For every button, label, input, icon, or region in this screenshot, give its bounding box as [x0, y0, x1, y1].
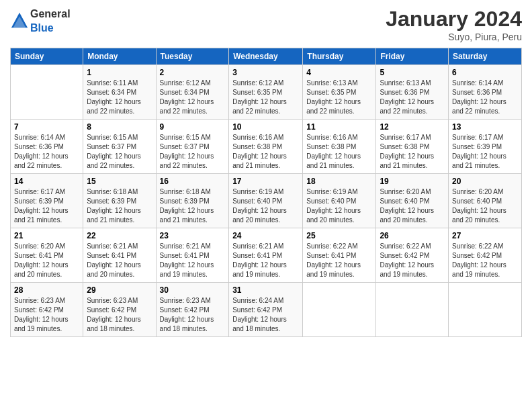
day-cell: 22Sunrise: 6:21 AM Sunset: 6:41 PM Dayli…	[83, 228, 156, 283]
day-cell: 18Sunrise: 6:19 AM Sunset: 6:40 PM Dayli…	[303, 174, 376, 228]
header: General Blue January 2024 Suyo, Piura, P…	[10, 7, 522, 42]
day-info: Sunrise: 6:15 AM Sunset: 6:37 PM Dayligh…	[87, 134, 141, 169]
day-cell: 24Sunrise: 6:21 AM Sunset: 6:41 PM Dayli…	[229, 228, 303, 283]
day-info: Sunrise: 6:18 AM Sunset: 6:39 PM Dayligh…	[87, 188, 141, 224]
day-info: Sunrise: 6:17 AM Sunset: 6:38 PM Dayligh…	[380, 134, 434, 169]
day-cell: 14Sunrise: 6:17 AM Sunset: 6:39 PM Dayli…	[11, 174, 83, 228]
week-row-2: 14Sunrise: 6:17 AM Sunset: 6:39 PM Dayli…	[11, 174, 522, 228]
day-info: Sunrise: 6:13 AM Sunset: 6:35 PM Dayligh…	[306, 79, 361, 115]
logo-blue: Blue	[30, 22, 54, 34]
day-number: 23	[160, 231, 226, 240]
day-info: Sunrise: 6:20 AM Sunset: 6:40 PM Dayligh…	[380, 188, 434, 224]
day-info: Sunrise: 6:12 AM Sunset: 6:34 PM Dayligh…	[160, 79, 214, 115]
day-cell: 31Sunrise: 6:24 AM Sunset: 6:42 PM Dayli…	[229, 283, 303, 337]
logo: General Blue	[10, 7, 71, 35]
day-cell: 28Sunrise: 6:23 AM Sunset: 6:42 PM Dayli…	[11, 283, 83, 337]
day-info: Sunrise: 6:15 AM Sunset: 6:37 PM Dayligh…	[160, 134, 214, 169]
day-cell: 21Sunrise: 6:20 AM Sunset: 6:41 PM Dayli…	[11, 228, 83, 283]
day-info: Sunrise: 6:22 AM Sunset: 6:41 PM Dayligh…	[306, 242, 361, 278]
day-header-monday: Monday	[83, 48, 156, 65]
day-number: 15	[87, 177, 152, 186]
day-cell: 8Sunrise: 6:15 AM Sunset: 6:37 PM Daylig…	[83, 120, 156, 174]
day-info: Sunrise: 6:11 AM Sunset: 6:34 PM Dayligh…	[87, 79, 141, 115]
day-number: 13	[452, 122, 518, 132]
day-number: 14	[14, 177, 79, 186]
day-number: 29	[87, 285, 152, 295]
day-cell: 10Sunrise: 6:16 AM Sunset: 6:38 PM Dayli…	[229, 120, 303, 174]
day-number: 5	[380, 68, 445, 77]
day-cell: 17Sunrise: 6:19 AM Sunset: 6:40 PM Dayli…	[229, 174, 303, 228]
day-cell: 6Sunrise: 6:14 AM Sunset: 6:36 PM Daylig…	[449, 65, 522, 120]
day-header-thursday: Thursday	[303, 48, 376, 65]
day-info: Sunrise: 6:12 AM Sunset: 6:35 PM Dayligh…	[232, 79, 287, 115]
day-number: 2	[160, 68, 226, 77]
day-cell: 11Sunrise: 6:16 AM Sunset: 6:38 PM Dayli…	[303, 120, 376, 174]
day-info: Sunrise: 6:23 AM Sunset: 6:42 PM Dayligh…	[14, 297, 69, 332]
day-number: 9	[160, 122, 226, 132]
page-container: General Blue January 2024 Suyo, Piura, P…	[0, 0, 532, 344]
day-header-tuesday: Tuesday	[156, 48, 229, 65]
calendar-body: 1Sunrise: 6:11 AM Sunset: 6:34 PM Daylig…	[11, 65, 522, 337]
day-number: 31	[232, 285, 299, 295]
day-cell: 4Sunrise: 6:13 AM Sunset: 6:35 PM Daylig…	[303, 65, 376, 120]
day-header-sunday: Sunday	[11, 48, 83, 65]
day-info: Sunrise: 6:17 AM Sunset: 6:39 PM Dayligh…	[452, 134, 506, 169]
day-cell: 23Sunrise: 6:21 AM Sunset: 6:41 PM Dayli…	[156, 228, 229, 283]
calendar-header: SundayMondayTuesdayWednesdayThursdayFrid…	[11, 48, 522, 65]
day-number: 27	[452, 231, 518, 240]
day-cell: 15Sunrise: 6:18 AM Sunset: 6:39 PM Dayli…	[83, 174, 156, 228]
day-cell: 27Sunrise: 6:22 AM Sunset: 6:42 PM Dayli…	[449, 228, 522, 283]
day-number: 28	[14, 285, 79, 295]
day-number: 30	[160, 285, 226, 295]
day-number: 21	[14, 231, 79, 240]
day-number: 6	[452, 68, 518, 77]
day-info: Sunrise: 6:17 AM Sunset: 6:39 PM Dayligh…	[14, 188, 69, 224]
day-number: 3	[232, 68, 299, 77]
day-info: Sunrise: 6:16 AM Sunset: 6:38 PM Dayligh…	[232, 134, 287, 169]
day-info: Sunrise: 6:14 AM Sunset: 6:36 PM Dayligh…	[452, 79, 506, 115]
day-info: Sunrise: 6:16 AM Sunset: 6:38 PM Dayligh…	[306, 134, 361, 169]
day-number: 17	[232, 177, 299, 186]
day-info: Sunrise: 6:23 AM Sunset: 6:42 PM Dayligh…	[87, 297, 141, 332]
day-number: 11	[306, 122, 372, 132]
day-cell	[303, 283, 376, 337]
logo-icon	[10, 11, 29, 30]
day-info: Sunrise: 6:22 AM Sunset: 6:42 PM Dayligh…	[380, 242, 434, 278]
day-number: 7	[14, 122, 79, 132]
day-cell: 19Sunrise: 6:20 AM Sunset: 6:40 PM Dayli…	[376, 174, 449, 228]
week-row-4: 28Sunrise: 6:23 AM Sunset: 6:42 PM Dayli…	[11, 283, 522, 337]
day-cell: 30Sunrise: 6:23 AM Sunset: 6:42 PM Dayli…	[156, 283, 229, 337]
day-number: 16	[160, 177, 226, 186]
day-header-friday: Friday	[376, 48, 449, 65]
day-number: 22	[87, 231, 152, 240]
day-info: Sunrise: 6:23 AM Sunset: 6:42 PM Dayligh…	[160, 297, 214, 332]
week-row-1: 7Sunrise: 6:14 AM Sunset: 6:36 PM Daylig…	[11, 120, 522, 174]
day-info: Sunrise: 6:21 AM Sunset: 6:41 PM Dayligh…	[232, 242, 287, 278]
day-number: 10	[232, 122, 299, 132]
day-cell: 1Sunrise: 6:11 AM Sunset: 6:34 PM Daylig…	[83, 65, 156, 120]
day-number: 1	[87, 68, 152, 77]
day-cell: 7Sunrise: 6:14 AM Sunset: 6:36 PM Daylig…	[11, 120, 83, 174]
calendar-table: SundayMondayTuesdayWednesdayThursdayFrid…	[10, 48, 522, 337]
location-subtitle: Suyo, Piura, Peru	[386, 32, 522, 42]
day-header-wednesday: Wednesday	[229, 48, 303, 65]
day-cell	[11, 65, 83, 120]
day-number: 24	[232, 231, 299, 240]
day-number: 25	[306, 231, 372, 240]
day-cell: 29Sunrise: 6:23 AM Sunset: 6:42 PM Dayli…	[83, 283, 156, 337]
day-number: 26	[380, 231, 445, 240]
day-info: Sunrise: 6:21 AM Sunset: 6:41 PM Dayligh…	[160, 242, 214, 278]
day-info: Sunrise: 6:22 AM Sunset: 6:42 PM Dayligh…	[452, 242, 506, 278]
day-cell: 12Sunrise: 6:17 AM Sunset: 6:38 PM Dayli…	[376, 120, 449, 174]
day-cell: 16Sunrise: 6:18 AM Sunset: 6:39 PM Dayli…	[156, 174, 229, 228]
day-number: 19	[380, 177, 445, 186]
day-info: Sunrise: 6:13 AM Sunset: 6:36 PM Dayligh…	[380, 79, 434, 115]
week-row-0: 1Sunrise: 6:11 AM Sunset: 6:34 PM Daylig…	[11, 65, 522, 120]
day-number: 18	[306, 177, 372, 186]
day-info: Sunrise: 6:21 AM Sunset: 6:41 PM Dayligh…	[87, 242, 141, 278]
day-cell: 3Sunrise: 6:12 AM Sunset: 6:35 PM Daylig…	[229, 65, 303, 120]
day-cell: 5Sunrise: 6:13 AM Sunset: 6:36 PM Daylig…	[376, 65, 449, 120]
day-cell	[376, 283, 449, 337]
header-row: SundayMondayTuesdayWednesdayThursdayFrid…	[11, 48, 522, 65]
logo-general: General	[30, 8, 71, 19]
